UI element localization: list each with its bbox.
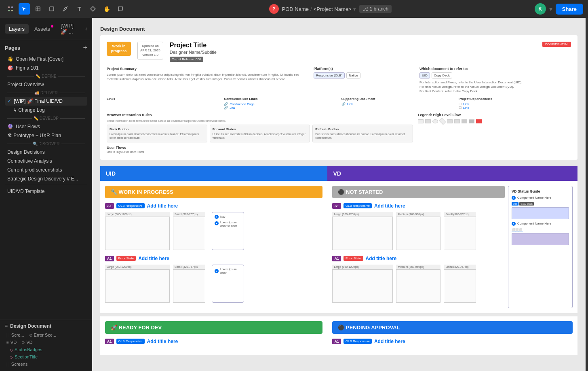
page-item-open-me[interactable]: 👋 Open Me First [Cover]	[5, 55, 87, 64]
dependencies-label: Project Dependencies	[459, 97, 571, 101]
share-button[interactable]: Share	[556, 4, 583, 15]
uid-screen-header-2: A1 Error State Add title here	[105, 256, 322, 261]
vd-frame-large: Large (960-1200px)	[332, 212, 393, 250]
jira-link[interactable]: 🔗 Jira	[224, 106, 336, 110]
legend-shape-4	[439, 118, 446, 125]
layer-item-status-badges[interactable]: ◇ StatusBadges	[5, 346, 87, 353]
supporting-label: Supporting Document	[341, 97, 454, 101]
uid-ready-banner: 🚀 READY FOR DEV	[105, 321, 322, 334]
layer-item-vd[interactable]: ≡ VD	[5, 339, 18, 346]
browser-title: Browser Interaction Rules	[107, 113, 413, 117]
svg-rect-3	[11, 10, 13, 11]
vd-pending-title[interactable]: Add title here	[374, 339, 405, 344]
page-item-change-log[interactable]: ↳ Change Log	[5, 106, 87, 114]
select-tool-icon[interactable]	[19, 3, 30, 15]
layers-tab[interactable]: Layers	[5, 24, 29, 34]
layer-item-section-title[interactable]: ◇ SectionTitle	[5, 353, 87, 360]
page-item-strategic[interactable]: Strategic Design Discovery // E...	[5, 174, 87, 183]
project-summary-box: Project Summary Lorem ipsum dolor sit am…	[107, 67, 309, 94]
uid-screen-frames-2: Large (960-1200px) Small (320-767px)	[105, 265, 322, 303]
sidebar-tabs: Layers Assets [WIP] 🚀 ... ‹	[0, 18, 92, 40]
branch-button[interactable]: ⎇ 1 branch	[359, 5, 392, 13]
work-in-progress-badge: Work in progress	[107, 42, 131, 56]
assets-tab[interactable]: Assets	[30, 24, 54, 34]
layers-panel-title[interactable]: ≡ Design Document	[5, 323, 87, 329]
page-item-user-flows[interactable]: 🔮 User Flows	[5, 122, 87, 131]
vd-add-title-1[interactable]: Add title here	[374, 203, 405, 209]
page-item-uid-vd-template[interactable]: UID/VD Template	[5, 187, 87, 196]
vd-status-dot-1: ●	[512, 196, 516, 200]
layer-icon: |||	[6, 362, 10, 367]
link-icon: 🔗	[224, 102, 228, 106]
shape-tool-icon[interactable]	[46, 3, 57, 15]
add-page-button[interactable]: +	[83, 44, 87, 51]
page-item-current-prod[interactable]: Current prod screenshots	[5, 165, 87, 174]
uid-ready-header: A1 OLB Responsive Add title here	[105, 339, 322, 344]
annotation-bullet-3: ●	[215, 269, 219, 273]
which-doc-box: Which document to refer to: UID Copy Dec…	[419, 67, 571, 94]
project-name[interactable]: <Project Name>	[314, 6, 352, 12]
layer-item-error-sce[interactable]: ⊙ Error Sce...	[27, 331, 58, 339]
browser-card-back: Back Button Lorem ipsum dolor sit amet c…	[107, 125, 207, 142]
uid-col-header: UID	[100, 166, 327, 181]
confluence-label: Confluence/Jira Links	[224, 97, 336, 101]
dep-link-2[interactable]: ☐ Link	[459, 106, 571, 110]
vd-comp-badge-1: JRS	[512, 202, 518, 206]
comment-tool-icon[interactable]	[115, 3, 126, 15]
add-title-link-1[interactable]: Add title here	[147, 203, 178, 209]
vd-status-label-1: Component Name Here	[517, 196, 551, 199]
uid-wip-banner: 🔧 WORK IN PROGRESS	[105, 186, 322, 198]
page-item-wip-uid[interactable]: ✓ [WIP] 🚀 Final UID/VD	[5, 97, 87, 106]
text-tool-icon[interactable]: T	[74, 3, 85, 15]
vd-comp-link[interactable]: ⬜⬜⬜	[512, 228, 523, 231]
uid-ready-section: 🚀 READY FOR DEV A1 OLB Responsive Add ti…	[100, 316, 327, 355]
project-summary-text: Lorem ipsum dolor sit amet consectetur a…	[107, 72, 309, 81]
add-title-link-2[interactable]: Add title here	[138, 256, 169, 261]
page-item-design-decisions[interactable]: Design Decisions	[5, 148, 87, 157]
vd-comp-visual-1	[512, 207, 569, 219]
page-item-project-overview[interactable]: Project Overview	[5, 80, 87, 89]
confluence-link[interactable]: 🔗 Confluence Page	[224, 102, 336, 106]
component-tool-icon[interactable]	[87, 3, 99, 15]
layer-item-scre[interactable]: ||| Scre...	[5, 331, 26, 339]
sidebar-close-icon[interactable]: ‹	[85, 25, 87, 32]
vd-frame-medium: Medium (768-960px)	[396, 212, 440, 250]
legend-item-7	[462, 119, 467, 123]
layers-bottom-panel: ≡ Design Document ||| Scre... ⊙ Error Sc…	[0, 320, 92, 371]
page-item-competitive[interactable]: Competitive Analysis	[5, 157, 87, 165]
chevron-user-icon[interactable]: ▾	[549, 5, 552, 13]
uid-ready-a1: A1	[105, 339, 114, 344]
supporting-link[interactable]: 🔗 Link	[341, 102, 454, 106]
links-section: Links Confluence/Jira Links 🔗 Confluence…	[107, 97, 571, 110]
vd-screen-header-1: A1 OLB Responsive Add title here	[332, 203, 505, 209]
vd-add-title-2[interactable]: Add title here	[366, 256, 397, 261]
uid-ready-title[interactable]: Add title here	[147, 339, 178, 344]
vd-column: VD ⚫ NOT STARTED A1 OLB Responsive	[327, 166, 577, 315]
chevron-icon[interactable]: ▾	[353, 6, 356, 12]
active-check-icon: ✓	[7, 98, 11, 104]
error-badge: Error State	[116, 256, 136, 261]
annotation-note-3: Lorem ipsum dolor	[220, 267, 241, 275]
wip-tab[interactable]: [WIP] 🚀 ...	[57, 21, 84, 36]
uid-screen-group-2: A1 Error State Add title here Large (960…	[105, 256, 322, 303]
main-menu-icon[interactable]	[5, 3, 16, 15]
dep-link-1[interactable]: ☐ Link	[459, 102, 571, 106]
layer-item-screens[interactable]: ||| Screens	[5, 360, 87, 368]
page-item-prototype[interactable]: 🛠 Prototype + UXR Plan	[5, 131, 87, 140]
legend-item-6	[454, 119, 460, 123]
canvas-area[interactable]: Design Document Work in progress Updated…	[92, 18, 586, 371]
uid-vd-grid: UID 🔧 WORK IN PROGRESS A1 OLB Responsive…	[100, 166, 577, 315]
uid-screen-group-1: A1 OLB Responsive Add title here Large (…	[105, 203, 322, 250]
uid-annotation-2: ● Lorem ipsum dolor	[212, 265, 244, 303]
hand-tool-icon[interactable]: ✋	[101, 3, 112, 15]
frame-tool-icon[interactable]	[32, 3, 44, 15]
right-resize-handle[interactable]	[586, 18, 588, 371]
pen-tool-icon[interactable]	[60, 3, 71, 15]
page-item-figma101[interactable]: 🎯 Figma 101	[5, 64, 87, 72]
layer-item-vd-component[interactable]: ⊙ VD	[20, 339, 34, 346]
legend-box: Legend: High Level Flow	[418, 113, 571, 142]
legend-shape-6	[454, 119, 460, 123]
user-avatar[interactable]: K	[535, 3, 546, 15]
vd-status-label-2: Component Name Here	[517, 222, 551, 225]
legend-title: Legend: High Level Flow	[418, 113, 571, 117]
